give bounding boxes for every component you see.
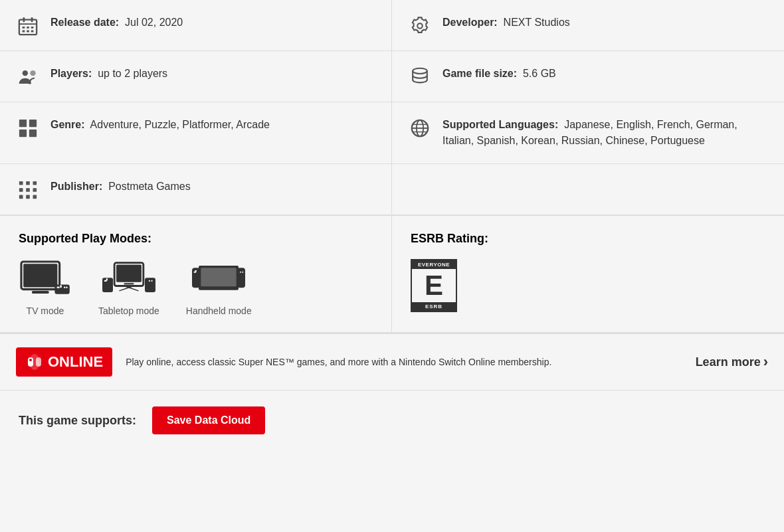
svg-rect-24 bbox=[26, 181, 30, 185]
publisher-content: Publisher: Postmeta Games bbox=[50, 179, 375, 195]
release-date-cell: Release date: Jul 02, 2020 bbox=[0, 0, 392, 51]
svg-rect-50 bbox=[149, 280, 150, 282]
filesize-value: 5.6 GB bbox=[523, 68, 556, 79]
chevron-right-icon: › bbox=[763, 353, 768, 371]
svg-rect-14 bbox=[19, 120, 27, 127]
esrb-title: ESRB Rating: bbox=[411, 232, 765, 246]
svg-rect-9 bbox=[31, 31, 34, 33]
svg-rect-55 bbox=[201, 268, 237, 286]
svg-rect-27 bbox=[26, 188, 30, 192]
play-modes-section: Supported Play Modes: TV mode bbox=[0, 216, 392, 333]
svg-rect-29 bbox=[19, 195, 23, 199]
learn-more-button[interactable]: Learn more › bbox=[696, 353, 768, 371]
tv-mode-label: TV mode bbox=[27, 306, 64, 316]
svg-rect-15 bbox=[29, 120, 37, 127]
developer-cell: Developer: NEXT Studios bbox=[392, 0, 784, 51]
svg-rect-41 bbox=[116, 265, 142, 282]
svg-rect-5 bbox=[27, 27, 29, 29]
svg-rect-3 bbox=[31, 17, 33, 23]
svg-rect-30 bbox=[26, 195, 30, 199]
svg-rect-36 bbox=[57, 287, 60, 288]
players-label: Players: bbox=[50, 68, 92, 79]
svg-rect-48 bbox=[106, 278, 108, 281]
genre-content: Genre: Adventure, Puzzle, Platformer, Ar… bbox=[50, 117, 375, 133]
svg-rect-8 bbox=[27, 31, 29, 33]
svg-rect-34 bbox=[32, 291, 49, 294]
gear-icon bbox=[408, 15, 432, 36]
svg-rect-23 bbox=[19, 181, 23, 185]
svg-point-13 bbox=[413, 68, 427, 74]
svg-point-11 bbox=[23, 70, 28, 76]
publisher-cell: Publisher: Postmeta Games bbox=[0, 164, 392, 215]
svg-rect-38 bbox=[64, 287, 65, 288]
players-content: Players: up to 2 players bbox=[50, 66, 375, 82]
empty-cell bbox=[392, 164, 784, 215]
tv-mode-icon bbox=[19, 259, 72, 299]
globe-icon bbox=[408, 117, 432, 138]
tabletop-mode-icon bbox=[102, 259, 155, 299]
online-description: Play online, access classic Super NES™ g… bbox=[126, 355, 682, 369]
esrb-rating-letter: E bbox=[412, 269, 456, 302]
genre-label: Genre: bbox=[50, 119, 85, 130]
svg-rect-33 bbox=[23, 264, 57, 287]
release-date-content: Release date: Jul 02, 2020 bbox=[50, 15, 375, 31]
esrb-section: ESRB Rating: EVERYONE E ESRB bbox=[392, 216, 784, 333]
svg-rect-35 bbox=[54, 284, 69, 294]
developer-value: NEXT Studios bbox=[504, 17, 570, 28]
players-cell: Players: up to 2 players bbox=[0, 51, 392, 102]
esrb-everyone-label: EVERYONE bbox=[412, 260, 456, 269]
svg-rect-42 bbox=[124, 283, 134, 284]
svg-rect-2 bbox=[23, 17, 25, 23]
tabletop-mode-label: Tabletop mode bbox=[98, 306, 159, 316]
svg-rect-17 bbox=[29, 130, 37, 137]
svg-rect-37 bbox=[60, 285, 61, 288]
calendar-icon bbox=[16, 15, 40, 36]
play-modes-title: Supported Play Modes: bbox=[19, 232, 373, 246]
tabletop-mode-item: Tabletop mode bbox=[98, 259, 159, 316]
database-icon bbox=[408, 66, 432, 87]
publisher-icon bbox=[16, 179, 40, 200]
esrb-bottom-label: ESRB bbox=[412, 302, 456, 311]
learn-more-label: Learn more bbox=[696, 355, 761, 369]
play-modes-icons: TV mode bbox=[19, 259, 373, 316]
svg-rect-39 bbox=[66, 287, 67, 288]
handheld-mode-label: Handheld mode bbox=[186, 306, 252, 316]
online-logo-text: ONLINE bbox=[48, 353, 103, 371]
publisher-label: Publisher: bbox=[50, 181, 102, 192]
svg-rect-51 bbox=[151, 280, 152, 282]
players-value: up to 2 players bbox=[98, 68, 167, 79]
filesize-cell: Game file size: 5.6 GB bbox=[392, 51, 784, 102]
release-date-label: Release date: bbox=[50, 17, 119, 28]
save-data-cloud-button[interactable]: Save Data Cloud bbox=[152, 406, 265, 434]
svg-rect-62 bbox=[36, 357, 41, 367]
save-data-section: This game supports: Save Data Cloud bbox=[0, 391, 784, 450]
publisher-value: Postmeta Games bbox=[108, 181, 191, 192]
svg-rect-57 bbox=[195, 270, 197, 272]
svg-rect-58 bbox=[240, 272, 241, 273]
tv-mode-item: TV mode bbox=[19, 259, 72, 316]
svg-rect-25 bbox=[33, 181, 37, 185]
svg-rect-49 bbox=[145, 278, 155, 292]
genre-icon bbox=[16, 117, 40, 138]
languages-cell: Supported Languages: Japanese, English, … bbox=[392, 102, 784, 164]
handheld-mode-item: Handheld mode bbox=[186, 259, 252, 316]
svg-rect-16 bbox=[19, 130, 27, 137]
svg-rect-59 bbox=[243, 272, 244, 273]
svg-rect-28 bbox=[33, 188, 37, 192]
save-data-label: This game supports: bbox=[19, 414, 136, 428]
svg-rect-7 bbox=[23, 31, 25, 33]
filesize-content: Game file size: 5.6 GB bbox=[442, 66, 768, 82]
filesize-label: Game file size: bbox=[442, 68, 517, 79]
svg-rect-4 bbox=[23, 27, 25, 29]
svg-point-64 bbox=[38, 363, 40, 365]
svg-rect-6 bbox=[31, 27, 34, 29]
players-icon bbox=[16, 66, 40, 87]
online-banner: ONLINE Play online, access classic Super… bbox=[0, 333, 784, 391]
svg-point-63 bbox=[29, 359, 32, 361]
developer-label: Developer: bbox=[442, 17, 498, 28]
esrb-badge: EVERYONE E ESRB bbox=[411, 259, 457, 312]
genre-value: Adventure, Puzzle, Platformer, Arcade bbox=[90, 119, 270, 130]
svg-rect-1 bbox=[19, 23, 37, 25]
handheld-mode-icon bbox=[192, 259, 245, 299]
svg-rect-26 bbox=[19, 188, 23, 192]
